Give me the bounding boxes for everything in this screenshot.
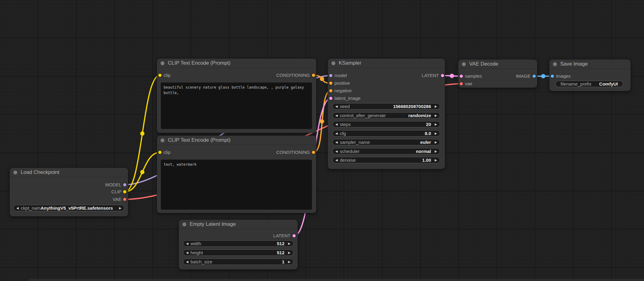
decrement-arrow-icon[interactable]: ◀ — [335, 123, 338, 126]
node-titlebar[interactable]: CLIP Text Encode (Prompt) — [157, 136, 316, 145]
widget-label: seed — [340, 104, 350, 109]
seed-widget[interactable]: ◀ seed 156680208700286 ▶ — [332, 103, 440, 110]
widget-value: euler — [420, 140, 431, 145]
filename-prefix-widget[interactable]: filename_prefix ComfyUI — [555, 81, 623, 87]
node-clip-text-encode-negative[interactable]: CLIP Text Encode (Prompt) clip CONDITION… — [157, 136, 316, 213]
collapse-dot-icon[interactable] — [13, 171, 17, 174]
ckpt-name-widget[interactable]: ◀ ckpt_nam AnythingV5_v5PrtRE.safetensor… — [13, 205, 124, 211]
steps-widget[interactable]: ◀ steps 20 ▶ — [332, 121, 440, 127]
output-label-clip: CLIP — [111, 189, 121, 194]
collapse-dot-icon[interactable] — [161, 138, 164, 142]
widget-label: height — [191, 250, 203, 255]
widget-value: 1.00 — [422, 157, 431, 163]
wire-clip-positive — [125, 75, 160, 192]
widget-label: batch_size — [191, 259, 212, 264]
link-wires-layer — [0, 0, 644, 281]
node-title: KSampler — [339, 60, 361, 66]
node-titlebar[interactable]: Load Checkpoint — [10, 168, 128, 177]
decrement-arrow-icon[interactable]: ◀ — [335, 141, 338, 144]
increment-arrow-icon[interactable]: ▶ — [435, 132, 437, 135]
decrement-arrow-icon[interactable]: ◀ — [335, 105, 338, 108]
node-titlebar[interactable]: Empty Latent Image — [179, 220, 298, 229]
increment-arrow-icon[interactable]: ▶ — [288, 260, 290, 263]
decrement-arrow-icon[interactable]: ◀ — [335, 159, 338, 162]
collapse-dot-icon[interactable] — [462, 62, 466, 66]
node-titlebar[interactable]: VAE Decode — [458, 59, 537, 69]
widget-value: 512 — [277, 241, 284, 246]
node-title: CLIP Text Encode (Prompt) — [168, 137, 230, 143]
control-after-generate-widget[interactable]: ◀ control_after_generate randomize ▶ — [332, 112, 440, 119]
denoise-widget[interactable]: ◀ denoise 1.00 ▶ — [332, 157, 440, 163]
collapse-dot-icon[interactable] — [182, 222, 186, 226]
increment-arrow-icon[interactable]: ▶ — [435, 159, 437, 162]
increment-arrow-icon[interactable]: ▶ — [119, 207, 121, 210]
input-label-images: images — [556, 74, 571, 79]
widget-value: AnythingV5_v5PrtRE.safetensors — [41, 205, 113, 211]
node-titlebar[interactable]: CLIP Text Encode (Prompt) — [157, 59, 316, 68]
increment-arrow-icon[interactable]: ▶ — [288, 251, 290, 254]
widget-label: width — [191, 241, 201, 246]
node-title: CLIP Text Encode (Prompt) — [168, 60, 230, 66]
decrement-arrow-icon[interactable]: ◀ — [16, 207, 19, 210]
output-label-model: MODEL — [105, 182, 121, 187]
widget-label: control_after_generate — [340, 113, 386, 118]
increment-arrow-icon[interactable]: ▶ — [435, 114, 437, 117]
node-titlebar[interactable]: KSampler — [328, 59, 445, 68]
increment-arrow-icon[interactable]: ▶ — [435, 141, 437, 144]
increment-arrow-icon[interactable]: ▶ — [435, 123, 437, 126]
output-label-conditioning: CONDITIONING — [276, 150, 310, 155]
node-title: VAE Decode — [469, 61, 498, 67]
widget-label: steps — [340, 122, 351, 127]
cfg-widget[interactable]: ◀ cfg 8.0 ▶ — [332, 130, 440, 137]
decrement-arrow-icon[interactable]: ◀ — [335, 132, 338, 135]
decrement-arrow-icon[interactable]: ◀ — [335, 150, 338, 153]
collapse-dot-icon[interactable] — [553, 62, 557, 66]
node-title: Load Checkpoint — [21, 169, 59, 175]
decrement-arrow-icon[interactable]: ◀ — [186, 242, 188, 245]
sampler-name-widget[interactable]: ◀ sampler_name euler ▶ — [332, 139, 440, 145]
collapse-dot-icon[interactable] — [161, 61, 164, 65]
widget-label: sampler_name — [340, 140, 370, 145]
node-load-checkpoint[interactable]: Load Checkpoint MODEL CLIP VAE ◀ ckpt_na… — [10, 168, 128, 216]
node-vae-decode[interactable]: VAE Decode samples vae IMAGE — [458, 59, 537, 88]
scheduler-widget[interactable]: ◀ scheduler normal ▶ — [332, 148, 440, 154]
node-titlebar[interactable]: Save Image — [549, 59, 631, 69]
output-label-image: IMAGE — [516, 74, 530, 79]
widget-value: normal — [416, 149, 431, 154]
input-label-model: model — [334, 73, 347, 78]
widget-label: scheduler — [340, 149, 360, 154]
node-clip-text-encode-positive[interactable]: CLIP Text Encode (Prompt) clip CONDITION… — [157, 59, 316, 133]
node-ksampler[interactable]: KSampler model positive negative latent_… — [328, 59, 445, 169]
height-widget[interactable]: ◀ height 512 ▶ — [183, 249, 293, 256]
input-label-negative: negative — [334, 88, 352, 93]
output-label-conditioning: CONDITIONING — [276, 73, 310, 78]
decrement-arrow-icon[interactable]: ◀ — [186, 251, 188, 254]
widget-label: ckpt_nam — [21, 205, 41, 211]
prompt-textarea[interactable]: text, watermark — [161, 160, 312, 210]
collapse-dot-icon[interactable] — [331, 61, 335, 65]
increment-arrow-icon[interactable]: ▶ — [435, 105, 437, 108]
wire-clip-negative — [125, 152, 160, 192]
increment-arrow-icon[interactable]: ▶ — [435, 150, 437, 153]
output-label-vae: VAE — [113, 197, 121, 202]
input-label-latent-image: latent_image — [334, 96, 361, 101]
prompt-textarea[interactable]: beautiful scenery nature glass bottle la… — [161, 83, 312, 129]
widget-value: 512 — [277, 250, 284, 255]
widget-value: randomize — [408, 113, 431, 118]
batch-size-widget[interactable]: ◀ batch_size 1 ▶ — [183, 259, 293, 265]
width-widget[interactable]: ◀ width 512 ▶ — [183, 240, 293, 247]
widget-value: 20 — [426, 122, 431, 127]
horizontal-scrollbar[interactable] — [29, 279, 644, 281]
increment-arrow-icon[interactable]: ▶ — [288, 242, 290, 245]
decrement-arrow-icon[interactable]: ◀ — [186, 260, 188, 263]
widget-value: ComfyUI — [599, 81, 618, 86]
widget-value: 8.0 — [425, 131, 431, 136]
input-label-samples: samples — [465, 74, 482, 79]
widget-value: 156680208700286 — [393, 104, 431, 109]
node-save-image[interactable]: Save Image images filename_prefix ComfyU… — [549, 59, 631, 91]
decrement-arrow-icon[interactable]: ◀ — [335, 114, 338, 117]
output-label-latent: LATENT — [273, 233, 290, 238]
widget-label: filename_prefix — [561, 81, 591, 86]
node-empty-latent-image[interactable]: Empty Latent Image LATENT ◀ width 512 ▶ … — [179, 220, 298, 269]
widget-label: cfg — [340, 131, 346, 136]
